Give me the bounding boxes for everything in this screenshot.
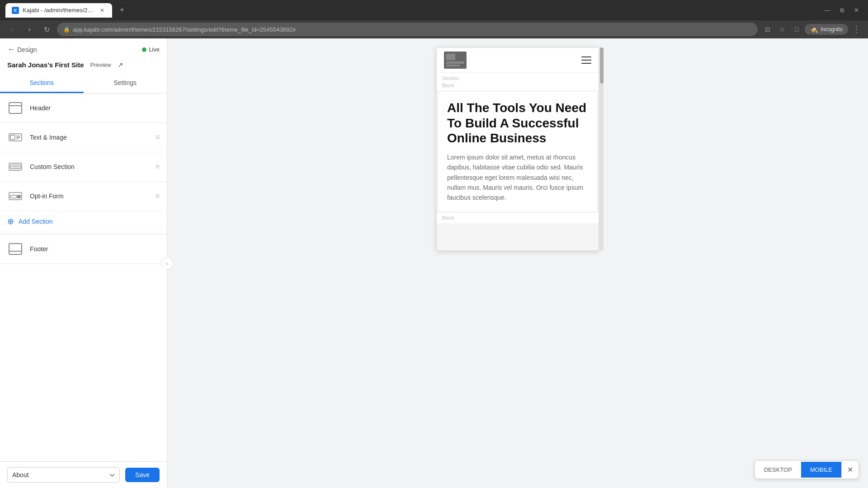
- incognito-avatar-icon: 🕵: [810, 26, 818, 33]
- back-arrow-icon: ←: [7, 45, 15, 54]
- opt-in-form-icon: [7, 188, 24, 204]
- live-dot-icon: [142, 47, 146, 52]
- add-section-plus-icon: ⊕: [7, 217, 14, 225]
- text-image-icon: [7, 129, 24, 145]
- svg-rect-12: [18, 195, 20, 198]
- preview-text-content: All The Tools You Need To Build A Succes…: [438, 91, 597, 212]
- preview-block-label-2: Block: [437, 214, 599, 223]
- svg-rect-13: [9, 244, 22, 254]
- view-controls-close-button[interactable]: ✕: [841, 461, 859, 479]
- close-window-button[interactable]: ✕: [850, 4, 863, 17]
- new-tab-button[interactable]: +: [116, 4, 128, 17]
- text-image-drag-handle[interactable]: ≡: [156, 133, 160, 141]
- incognito-badge: 🕵 Incognito: [805, 24, 848, 35]
- live-label: Live: [149, 46, 160, 53]
- address-bar[interactable]: 🔒 app.kajabi.com/admin/themes/2153158267…: [57, 23, 758, 36]
- more-options-icon[interactable]: ⋮: [850, 23, 863, 36]
- forward-button[interactable]: ›: [23, 23, 36, 36]
- preview-heading: All The Tools You Need To Build A Succes…: [447, 100, 588, 146]
- page-select[interactable]: About Home Contact: [7, 467, 120, 483]
- browser-chrome: K Kajabi - /admin/themes/2153158... ✕ + …: [0, 0, 868, 20]
- incognito-label: Incognito: [821, 26, 843, 33]
- sidebar: ← Design Live Sarah Jonas's First Site P…: [0, 38, 167, 488]
- external-link-icon[interactable]: ↗: [118, 61, 123, 69]
- svg-rect-16: [446, 54, 455, 60]
- mobile-view-button[interactable]: MOBILE: [801, 462, 841, 478]
- sidebar-content: Header Text & Image ≡: [0, 94, 167, 461]
- preview-nav: [437, 48, 599, 73]
- preview-content-block[interactable]: All The Tools You Need To Build A Succes…: [438, 91, 598, 212]
- header-section-icon: [7, 100, 24, 116]
- text-image-section-item[interactable]: Text & Image ≡: [0, 123, 167, 152]
- save-button[interactable]: Save: [125, 468, 160, 482]
- tab-favicon: K: [12, 7, 19, 14]
- footer-section-item[interactable]: Footer: [0, 235, 167, 264]
- extension-icon[interactable]: □: [790, 23, 803, 36]
- preview-scrollbar[interactable]: [600, 47, 604, 251]
- window-controls: — ⧉ ✕: [821, 4, 863, 17]
- add-section-button[interactable]: ⊕ Add Section: [0, 211, 167, 232]
- sidebar-collapse-button[interactable]: ‹: [160, 257, 173, 270]
- tab-close-button[interactable]: ✕: [99, 7, 106, 14]
- url-lock-icon: 🔒: [63, 26, 70, 33]
- svg-rect-17: [446, 61, 464, 64]
- cast-icon[interactable]: ⊡: [761, 23, 774, 36]
- app-layout: ← Design Live Sarah Jonas's First Site P…: [0, 38, 868, 488]
- footer-section-icon: [7, 241, 24, 257]
- url-text: app.kajabi.com/admin/themes/2153158267/s…: [73, 26, 296, 33]
- section-label: Section Block: [437, 73, 599, 91]
- browser-tab[interactable]: K Kajabi - /admin/themes/2153158... ✕: [5, 3, 112, 18]
- hamburger-menu-icon[interactable]: [581, 56, 591, 64]
- svg-rect-11: [10, 195, 17, 198]
- tab-settings[interactable]: Settings: [84, 74, 167, 93]
- text-image-label: Text & Image: [30, 134, 149, 141]
- preview-area: Section Block All The Tools You Need To …: [167, 38, 868, 488]
- preview-scrollbar-thumb[interactable]: [600, 47, 604, 84]
- header-section-label: Header: [30, 104, 160, 112]
- add-section-label: Add Section: [19, 218, 53, 225]
- footer-section-area: Footer: [0, 234, 167, 264]
- browser-action-icons: ⊡ ☆ □ 🕵 Incognito ⋮: [761, 23, 863, 36]
- desktop-view-button[interactable]: DESKTOP: [755, 462, 801, 478]
- preview-frame: Section Block All The Tools You Need To …: [436, 47, 599, 251]
- sidebar-header: ← Design Live: [0, 38, 167, 59]
- custom-section-icon: [7, 159, 24, 175]
- header-section-item[interactable]: Header: [0, 94, 167, 123]
- sidebar-tabs: Sections Settings: [0, 74, 167, 94]
- address-bar-row: ‹ › ↻ 🔒 app.kajabi.com/admin/themes/2153…: [0, 20, 868, 38]
- preview-body-text: Lorem ipsum dolor sit amet, metus at rho…: [447, 152, 588, 203]
- back-to-design-link[interactable]: ← Design: [7, 45, 37, 54]
- custom-section-drag-handle[interactable]: ≡: [156, 163, 160, 171]
- svg-rect-18: [446, 65, 460, 66]
- svg-rect-3: [10, 135, 15, 140]
- preview-frame-container: Section Block All The Tools You Need To …: [436, 47, 599, 251]
- restore-button[interactable]: ⧉: [835, 4, 848, 17]
- view-controls: DESKTOP MOBILE ✕: [755, 460, 859, 479]
- back-to-design-label: Design: [17, 46, 37, 53]
- back-button[interactable]: ‹: [5, 23, 19, 36]
- opt-in-form-section-item[interactable]: Opt-in Form ≡: [0, 182, 167, 211]
- tab-title: Kajabi - /admin/themes/2153158...: [23, 7, 95, 14]
- tab-sections[interactable]: Sections: [0, 74, 84, 93]
- minimize-button[interactable]: —: [821, 4, 834, 17]
- preview-button[interactable]: Preview: [87, 61, 113, 69]
- bookmark-icon[interactable]: ☆: [776, 23, 788, 36]
- svg-rect-0: [9, 103, 22, 113]
- footer-section-label: Footer: [30, 245, 160, 253]
- site-title: Sarah Jonas's First Site: [7, 61, 84, 69]
- custom-section-item[interactable]: Custom Section ≡: [0, 152, 167, 182]
- sidebar-bottom-bar: About Home Contact Save: [0, 461, 167, 488]
- opt-in-form-drag-handle[interactable]: ≡: [156, 192, 160, 200]
- preview-logo: [444, 52, 467, 69]
- preview-next-block: [437, 223, 599, 250]
- reload-button[interactable]: ↻: [40, 23, 53, 36]
- opt-in-form-label: Opt-in Form: [30, 192, 149, 200]
- site-title-row: Sarah Jonas's First Site Preview ↗: [0, 59, 167, 74]
- live-badge: Live: [142, 46, 160, 53]
- custom-section-label: Custom Section: [30, 163, 149, 170]
